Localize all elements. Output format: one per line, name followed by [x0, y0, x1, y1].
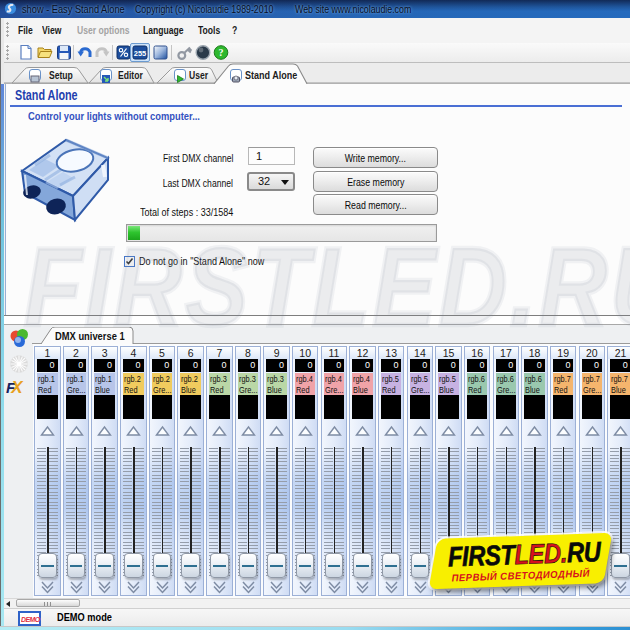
svg-text:?: ?: [219, 47, 224, 58]
svg-text:255: 255: [134, 49, 147, 58]
